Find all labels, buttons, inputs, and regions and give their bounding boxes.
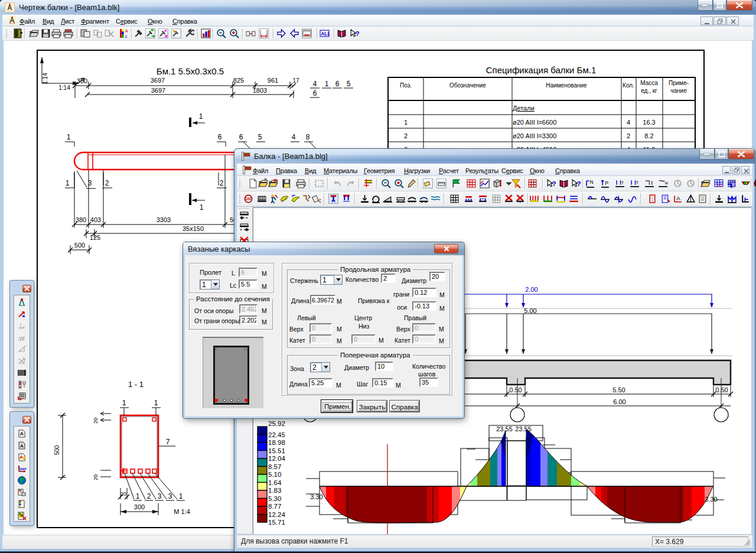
svg-text:Наименование: Наименование (546, 82, 587, 89)
svg-text:1803: 1803 (253, 87, 267, 94)
svg-text:Обозначение: Обозначение (449, 82, 486, 89)
svg-text:3: 3 (158, 492, 162, 500)
svg-text:15.51: 15.51 (268, 447, 285, 454)
svg-text:чание: чание (670, 87, 687, 94)
svg-text:5: 5 (347, 80, 351, 88)
svg-text:12.04: 12.04 (268, 455, 285, 462)
svg-text:4: 4 (313, 80, 317, 88)
svg-text:6: 6 (218, 133, 222, 141)
svg-text:4: 4 (292, 133, 296, 141)
svg-text:4: 4 (627, 119, 630, 126)
svg-text:380: 380 (77, 77, 87, 84)
svg-text:125: 125 (90, 234, 100, 241)
svg-text:3: 3 (168, 492, 172, 500)
svg-text:?: ? (552, 180, 556, 187)
svg-text:A: A (20, 431, 24, 437)
svg-text:2: 2 (627, 132, 630, 139)
svg-text:2: 2 (147, 492, 151, 500)
svg-text:7: 7 (166, 438, 170, 446)
svg-text:1:14: 1:14 (58, 84, 70, 91)
svg-text:2: 2 (105, 179, 109, 187)
svg-text:2: 2 (404, 132, 408, 139)
svg-text:20: 20 (93, 418, 99, 424)
svg-text:1: 1 (66, 179, 70, 187)
svg-text:403: 403 (90, 216, 101, 223)
svg-text:Детали: Детали (513, 105, 535, 112)
svg-text:825: 825 (233, 77, 244, 84)
svg-text:T: T (621, 180, 624, 186)
svg-text:A: A (20, 443, 24, 448)
svg-text:1: 1 (154, 399, 158, 407)
svg-text:?: ? (577, 180, 581, 187)
svg-text:Масса: Масса (640, 80, 658, 86)
svg-text:22.45: 22.45 (268, 431, 285, 438)
svg-text:2: 2 (220, 179, 224, 187)
svg-text:6: 6 (335, 80, 340, 88)
svg-text:0.50: 0.50 (715, 386, 728, 393)
svg-text:1: 1 (325, 80, 329, 88)
svg-text:c: c (125, 34, 128, 38)
svg-text:Кол.: Кол. (623, 82, 634, 89)
svg-text:6: 6 (239, 133, 243, 141)
svg-text:12.24: 12.24 (268, 511, 285, 518)
svg-text:5: 5 (258, 133, 262, 141)
svg-text:М 1:4: М 1:4 (174, 508, 190, 515)
svg-text:500: 500 (74, 242, 85, 249)
svg-text:w: w (664, 180, 668, 186)
svg-text:8.57: 8.57 (268, 463, 281, 470)
svg-text:3697: 3697 (151, 87, 165, 94)
svg-text:1: 1 (200, 203, 204, 212)
svg-text:5.30: 5.30 (268, 495, 281, 502)
svg-text:300: 300 (134, 503, 145, 510)
svg-text:ø20 AIII l=6600: ø20 AIII l=6600 (513, 119, 556, 126)
svg-text:3.30: 3.30 (310, 493, 322, 500)
svg-text:500: 500 (54, 445, 60, 455)
svg-text:16.3: 16.3 (643, 119, 655, 126)
svg-text:Приме-: Приме- (669, 80, 689, 86)
svg-text:ед., кг: ед., кг (641, 87, 657, 94)
svg-text:6.00: 6.00 (613, 398, 625, 405)
svg-text:23.55: 23.55 (515, 425, 532, 432)
svg-text:?: ? (356, 30, 360, 37)
svg-text:1:14: 1:14 (42, 73, 48, 84)
svg-text:15.71: 15.71 (268, 519, 285, 526)
svg-text:1: 1 (179, 492, 183, 500)
svg-text:8.2: 8.2 (644, 132, 653, 139)
svg-text:1: 1 (67, 133, 71, 141)
svg-text:DXF: DXF (19, 467, 27, 471)
svg-text:5.00: 5.00 (524, 307, 536, 314)
svg-text:ALL: ALL (321, 31, 330, 37)
svg-text:Поз.: Поз. (400, 82, 412, 89)
svg-text:380: 380 (76, 216, 86, 223)
svg-text:1: 1 (136, 492, 140, 500)
svg-text:100: 100 (245, 197, 252, 201)
svg-text:Бм.1 5.5x0.3x0.5: Бм.1 5.5x0.3x0.5 (157, 66, 224, 76)
svg-text:5.50: 5.50 (612, 386, 625, 393)
svg-text:3303: 3303 (157, 216, 171, 223)
svg-text:1: 1 (122, 399, 126, 407)
svg-text:1.64: 1.64 (268, 479, 282, 486)
svg-text:A: A (676, 195, 680, 201)
svg-text:20: 20 (93, 474, 99, 480)
svg-text:17: 17 (292, 77, 299, 84)
svg-text:5.10: 5.10 (268, 471, 281, 478)
svg-text:1.83: 1.83 (268, 487, 281, 494)
svg-text:3697: 3697 (151, 77, 165, 84)
svg-text:P: P (605, 180, 609, 186)
svg-text:1: 1 (404, 119, 408, 126)
svg-text:20: 20 (120, 491, 126, 497)
svg-text:8: 8 (306, 133, 310, 141)
svg-text:101: 101 (717, 184, 722, 187)
svg-text:8.77: 8.77 (268, 503, 281, 510)
svg-text:25.92: 25.92 (268, 420, 285, 427)
svg-text:961: 961 (268, 77, 278, 84)
svg-text:N: N (589, 179, 593, 185)
svg-text:T: T (636, 180, 639, 186)
svg-text:ø20 AIII l=3300: ø20 AIII l=3300 (513, 132, 556, 139)
svg-text:1: 1 (19, 323, 22, 326)
svg-text:3.30: 3.30 (705, 496, 717, 503)
svg-text:23.55: 23.55 (496, 425, 513, 432)
svg-text:18.98: 18.98 (268, 439, 285, 446)
svg-text:Спецификация балки Бм.1: Спецификация балки Бм.1 (486, 65, 597, 75)
svg-text:35x150: 35x150 (183, 225, 204, 232)
